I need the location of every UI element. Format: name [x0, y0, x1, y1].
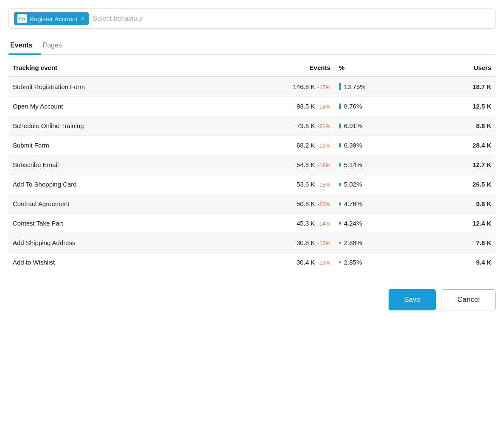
- table-row[interactable]: Submit Registration Form146.8 K-17%13.75…: [8, 77, 496, 97]
- event-change-badge: -19%: [317, 259, 330, 266]
- table-row[interactable]: Submit Form68.2 K-19%6.39%28.4 K: [8, 136, 496, 155]
- tab-events[interactable]: Events: [8, 37, 41, 55]
- event-count-cell: 45.3 K-14%: [216, 214, 335, 233]
- event-name-cell: Open My Account: [8, 97, 216, 116]
- tag-chip[interactable]: Fo Register Account ×: [14, 12, 89, 25]
- event-change-badge: -21%: [317, 123, 330, 129]
- event-count-value: 68.2 K: [297, 142, 315, 149]
- bar-indicator: [339, 261, 341, 263]
- col-header-pct: %: [335, 59, 426, 77]
- event-name-cell: Add to Wishlist: [8, 253, 216, 272]
- pct-value: 4.24%: [344, 220, 362, 227]
- tracking-events-table: Tracking event Events % Users Submit Reg…: [8, 59, 496, 272]
- users-count-cell: 12.7 K: [425, 155, 496, 175]
- event-count-cell: 50.8 K-20%: [216, 194, 335, 214]
- event-change-badge: -17%: [317, 84, 330, 90]
- bar-indicator: [339, 222, 341, 225]
- cancel-button[interactable]: Cancel: [442, 289, 496, 310]
- event-name-cell: Contest Take Part: [8, 214, 216, 233]
- bar-indicator: [339, 83, 341, 90]
- users-count-cell: 12.5 K: [425, 97, 496, 116]
- pct-cell: 4.76%: [335, 194, 426, 214]
- event-change-badge: -16%: [317, 240, 330, 246]
- event-count-cell: 146.8 K-17%: [216, 77, 335, 97]
- table-row[interactable]: Contest Take Part45.3 K-14%4.24%12.4 K: [8, 214, 496, 233]
- tag-label: Register Account: [29, 15, 77, 22]
- event-name-cell: Add Shipping Address: [8, 233, 216, 253]
- users-count-cell: 7.8 K: [425, 233, 496, 253]
- col-header-users: Users: [425, 59, 496, 77]
- pct-value: 5.14%: [344, 161, 362, 168]
- event-count-cell: 54.8 K-18%: [216, 155, 335, 175]
- footer-actions: Save Cancel: [8, 289, 496, 310]
- col-header-event: Tracking event: [8, 59, 216, 77]
- event-name-cell: Schedule Online Training: [8, 116, 216, 136]
- bar-indicator: [339, 143, 341, 148]
- tab-pages[interactable]: Pages: [41, 37, 70, 55]
- pct-cell: 2.88%: [335, 233, 426, 253]
- save-button[interactable]: Save: [389, 289, 436, 310]
- pct-value: 5.02%: [344, 181, 362, 188]
- event-name-cell: Subscribe Email: [8, 155, 216, 175]
- bar-indicator: [339, 202, 341, 206]
- event-count-cell: 30.4 K-19%: [216, 253, 335, 272]
- tag-icon: Fo: [17, 14, 27, 23]
- event-change-badge: -18%: [317, 162, 330, 168]
- pct-value: 8.76%: [344, 103, 362, 110]
- pct-cell: 5.02%: [335, 175, 426, 194]
- users-count-cell: 9.4 K: [425, 253, 496, 272]
- event-change-badge: -20%: [317, 201, 330, 207]
- event-name-cell: Submit Form: [8, 136, 216, 155]
- pct-cell: 2.85%: [335, 253, 426, 272]
- event-count-value: 53.6 K: [297, 181, 315, 188]
- table-row[interactable]: Add Shipping Address30.8 K-16%2.88%7.8 K: [8, 233, 496, 253]
- event-change-badge: -18%: [317, 181, 330, 188]
- pct-cell: 5.14%: [335, 155, 426, 175]
- table-row[interactable]: Contract Agreement50.8 K-20%4.76%9.8 K: [8, 194, 496, 214]
- pct-value: 6.39%: [344, 142, 362, 149]
- event-change-badge: -18%: [317, 103, 330, 110]
- event-count-value: 73.8 K: [297, 122, 315, 129]
- event-count-value: 93.5 K: [297, 103, 315, 110]
- users-count-cell: 26.5 K: [425, 175, 496, 194]
- pct-cell: 6.39%: [335, 136, 426, 155]
- pct-value: 2.88%: [344, 239, 362, 246]
- col-header-events: Events: [216, 59, 335, 77]
- pct-value: 13.75%: [344, 83, 366, 90]
- event-count-cell: 30.8 K-16%: [216, 233, 335, 253]
- event-name-cell: Add To Shopping Card: [8, 175, 216, 194]
- event-count-cell: 93.5 K-18%: [216, 97, 335, 116]
- event-count-value: 30.8 K: [297, 239, 315, 246]
- table-row[interactable]: Add To Shopping Card53.6 K-18%5.02%26.5 …: [8, 175, 496, 194]
- pct-cell: 8.76%: [335, 97, 426, 116]
- table-row[interactable]: Open My Account93.5 K-18%8.76%12.5 K: [8, 97, 496, 116]
- event-name-cell: Contract Agreement: [8, 194, 216, 214]
- event-count-value: 146.8 K: [293, 83, 315, 90]
- users-count-cell: 8.8 K: [425, 116, 496, 136]
- tab-bar: Events Pages: [8, 37, 496, 55]
- pct-value: 4.76%: [344, 200, 362, 207]
- users-count-cell: 28.4 K: [425, 136, 496, 155]
- users-count-cell: 18.7 K: [425, 77, 496, 97]
- behaviour-header: Fo Register Account × Select behaviour: [8, 8, 496, 29]
- users-count-cell: 12.4 K: [425, 214, 496, 233]
- table-row[interactable]: Subscribe Email54.8 K-18%5.14%12.7 K: [8, 155, 496, 175]
- event-count-cell: 73.8 K-21%: [216, 116, 335, 136]
- table-row[interactable]: Schedule Online Training73.8 K-21%6.91%8…: [8, 116, 496, 136]
- table-row[interactable]: Add to Wishlist30.4 K-19%2.85%9.4 K: [8, 253, 496, 272]
- event-count-value: 54.8 K: [297, 161, 315, 168]
- behaviour-select-placeholder[interactable]: Select behaviour: [93, 15, 490, 22]
- event-count-value: 30.4 K: [297, 259, 315, 266]
- bar-indicator: [339, 242, 341, 244]
- event-change-badge: -14%: [317, 220, 330, 227]
- event-count-cell: 53.6 K-18%: [216, 175, 335, 194]
- tag-close-button[interactable]: ×: [80, 16, 85, 22]
- pct-cell: 6.91%: [335, 116, 426, 136]
- event-count-value: 50.8 K: [297, 200, 315, 207]
- pct-cell: 13.75%: [335, 77, 426, 97]
- bar-indicator: [339, 163, 341, 167]
- pct-value: 6.91%: [344, 122, 362, 129]
- event-count-cell: 68.2 K-19%: [216, 136, 335, 155]
- users-count-cell: 9.8 K: [425, 194, 496, 214]
- bar-indicator: [339, 103, 341, 109]
